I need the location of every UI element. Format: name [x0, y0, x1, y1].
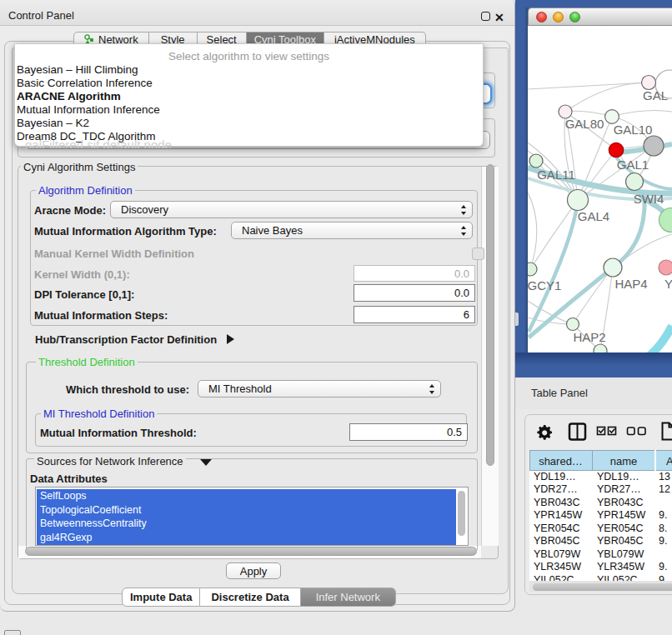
svg-text:GAL: GAL — [643, 88, 668, 102]
svg-text:GAL4: GAL4 — [578, 209, 609, 223]
svg-text:GAL80: GAL80 — [565, 117, 604, 131]
svg-text:HAP4: HAP4 — [614, 277, 647, 291]
svg-text:GAL10: GAL10 — [614, 122, 653, 137]
svg-text:SWI4: SWI4 — [634, 192, 664, 206]
svg-text:HAP2: HAP2 — [573, 330, 605, 344]
svg-text:GAL11: GAL11 — [537, 168, 575, 182]
svg-text:GAL1: GAL1 — [617, 158, 649, 172]
svg-text:GCY1: GCY1 — [528, 278, 561, 292]
svg-text:Y: Y — [664, 277, 672, 291]
